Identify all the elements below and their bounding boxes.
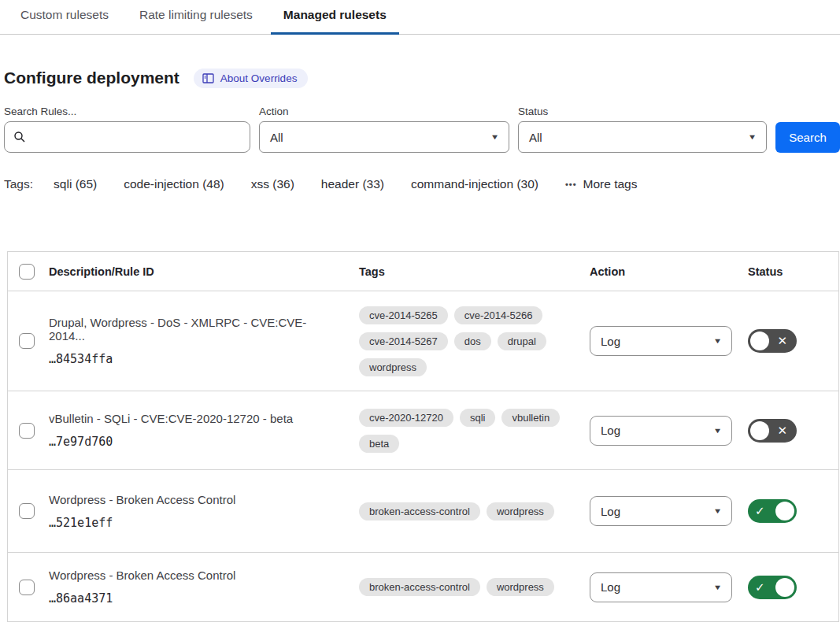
tag-pill: wordpress [487,578,554,596]
toggle-knob [750,421,769,440]
action-value: Log [601,424,620,437]
tag-filter-header[interactable]: header (33) [321,177,384,191]
tab-custom-rulesets[interactable]: Custom rulesets [8,8,121,34]
search-label: Search Rules... [4,106,250,117]
action-value: Log [601,505,620,518]
rules-table: Description/Rule ID Tags Action Status D… [7,251,839,622]
ruleset-tabs: Custom rulesets Rate limiting rulesets M… [0,0,840,35]
tag-pill: broken-access-control [359,502,480,520]
toggle-knob [750,332,769,350]
book-icon [202,73,214,83]
ellipsis-icon: ••• [565,180,577,189]
rule-description: Drupal, Wordpress - DoS - XMLRPC - CVE:C… [49,316,340,343]
tag-filter-code-injection[interactable]: code-injection (48) [124,177,224,191]
heading-row: Configure deployment About Overrides [4,66,840,90]
search-button[interactable]: Search [775,122,840,153]
tag-pill: vbulletin [501,409,560,427]
x-icon: ✕ [777,334,787,348]
row-checkbox[interactable] [19,503,35,519]
chevron-down-icon: ▼ [713,337,723,345]
chevron-down-icon: ▼ [748,133,757,141]
toggle-knob [775,502,794,520]
status-filter-value: All [529,131,542,144]
more-tags-button[interactable]: ••• More tags [565,177,637,191]
status-toggle[interactable]: ✓ ✕ [748,499,797,523]
toggle-knob [775,578,794,597]
rule-tags: broken-access-controlwordpress [359,502,590,520]
about-overrides-label: About Overrides [220,72,298,84]
tag-pill: dos [454,332,491,350]
filter-bar: Search Rules... Action All ▼ Status All … [4,106,840,153]
rule-id: …86aa4371 [49,591,340,606]
tag-pill: drupal [498,332,546,350]
chevron-down-icon: ▼ [713,583,723,591]
rule-tags: cve-2020-12720sqlivbulletinbeta [359,409,590,453]
rule-tags: cve-2014-5265cve-2014-5266cve-2014-5267d… [359,306,590,376]
tag-quick-filters: Tags: sqli (65) code-injection (48) xss … [4,177,840,191]
tag-filter-sqli[interactable]: sqli (65) [54,177,97,191]
column-header-status: Status [748,265,838,278]
table-row: Drupal, Wordpress - DoS - XMLRPC - CVE:C… [8,291,838,391]
status-toggle[interactable]: ✓ ✕ [748,419,797,443]
row-checkbox[interactable] [19,580,35,595]
tag-pill: wordpress [487,502,554,520]
more-tags-label: More tags [583,177,638,191]
table-row: Wordpress - Broken Access Control …86aa4… [8,553,838,621]
rule-description: vBulletin - SQLi - CVE:CVE-2020-12720 - … [49,412,340,425]
about-overrides-link[interactable]: About Overrides [194,69,309,88]
column-header-description: Description/Rule ID [49,265,359,278]
status-filter-label: Status [518,106,767,117]
check-icon: ✓ [755,504,765,518]
chevron-down-icon: ▼ [490,133,500,141]
page-title: Configure deployment [4,69,179,87]
column-header-action: Action [590,265,748,278]
tag-pill: cve-2020-12720 [359,409,453,427]
tab-managed-rulesets[interactable]: Managed rulesets [271,8,399,34]
row-checkbox[interactable] [19,333,35,349]
select-all-checkbox[interactable] [19,264,35,280]
tag-pill: cve-2014-5267 [359,332,448,350]
chevron-down-icon: ▼ [713,427,723,435]
table-header-row: Description/Rule ID Tags Action Status [8,252,838,291]
action-select[interactable]: Log ▼ [590,572,732,602]
rule-id: …84534ffa [49,352,340,366]
status-toggle[interactable]: ✓ ✕ [748,329,797,353]
tags-label: Tags: [4,177,33,191]
tag-pill: broken-access-control [359,578,480,596]
tag-pill: wordpress [359,358,427,376]
action-value: Log [601,580,620,594]
table-row: vBulletin - SQLi - CVE:CVE-2020-12720 - … [8,391,838,470]
chevron-down-icon: ▼ [713,507,723,515]
rule-id: …521e1eff [49,516,340,530]
tag-pill: cve-2014-5266 [454,306,543,324]
search-box[interactable] [4,121,250,153]
tag-filter-command-injection[interactable]: command-injection (30) [411,177,538,191]
tag-pill: cve-2014-5265 [359,306,448,324]
action-filter-select[interactable]: All ▼ [259,121,509,153]
tag-pill: sqli [460,409,496,427]
rule-tags: broken-access-controlwordpress [359,578,590,596]
action-filter-value: All [270,131,283,144]
search-input[interactable] [32,131,241,144]
tag-filter-xss[interactable]: xss (36) [251,177,294,191]
status-toggle[interactable]: ✓ ✕ [748,576,797,599]
search-icon [13,131,26,143]
rule-description: Wordpress - Broken Access Control [49,569,340,582]
rule-id: …7e97d760 [49,435,340,449]
check-icon: ✓ [755,580,765,595]
action-select[interactable]: Log ▼ [590,326,732,356]
action-select[interactable]: Log ▼ [590,416,732,446]
table-row: Wordpress - Broken Access Control …521e1… [8,470,838,553]
tab-rate-limiting-rulesets[interactable]: Rate limiting rulesets [127,8,265,34]
row-checkbox[interactable] [19,423,35,439]
action-select[interactable]: Log ▼ [590,496,732,526]
tag-pill: beta [359,435,399,453]
rule-description: Wordpress - Broken Access Control [49,493,340,506]
status-filter-select[interactable]: All ▼ [518,121,767,153]
action-filter-label: Action [259,106,509,117]
column-header-tags: Tags [359,265,590,278]
action-value: Log [601,335,620,348]
x-icon: ✕ [777,424,787,438]
